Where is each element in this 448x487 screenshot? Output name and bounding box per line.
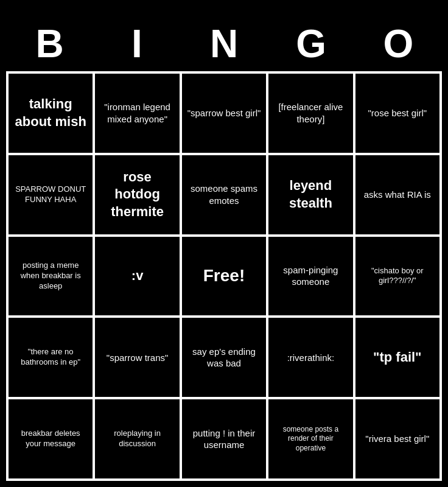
bingo-cell-24[interactable]: "rivera best girl": [354, 398, 441, 480]
header-letter-n: N: [180, 21, 267, 66]
bingo-card: B I N G O talking about mish"ironman leg…: [0, 0, 448, 487]
bingo-cell-4[interactable]: "rose best girl": [354, 72, 441, 154]
bingo-header: [6, 6, 442, 18]
bingo-cell-3[interactable]: [freelancer alive theory]: [267, 72, 354, 154]
bingo-cell-17[interactable]: say ep's ending was bad: [181, 317, 267, 398]
bingo-cell-10[interactable]: posting a meme when breakbar is asleep: [7, 236, 94, 317]
bingo-cell-16[interactable]: "sparrow trans": [94, 317, 180, 398]
bingo-cell-22[interactable]: putting ! in their username: [181, 398, 267, 480]
bingo-cell-7[interactable]: someone spams emotes: [181, 154, 267, 236]
bingo-cell-15[interactable]: "there are no bathrooms in ep": [7, 317, 94, 398]
header-letter-g: G: [268, 21, 355, 66]
bingo-cell-6[interactable]: rose hotdog thermite: [94, 154, 180, 236]
bingo-cell-12[interactable]: Free!: [181, 236, 267, 317]
bingo-cell-20[interactable]: breakbar deletes your message: [7, 398, 94, 480]
bingo-cell-0[interactable]: talking about mish: [7, 72, 94, 154]
bingo-cell-14[interactable]: "cishato boy or girl???//?/": [354, 236, 441, 317]
bingo-cell-2[interactable]: "sparrow best girl": [181, 72, 267, 154]
bingo-grid: talking about mish"ironman legend mixed …: [6, 71, 442, 481]
bingo-cell-8[interactable]: leyend stealth: [267, 154, 354, 236]
bingo-cell-11[interactable]: :v: [94, 236, 180, 317]
header-letter-o: O: [355, 21, 442, 66]
header-letter-b: B: [6, 21, 93, 66]
bingo-cell-21[interactable]: roleplaying in discussion: [94, 398, 180, 480]
bingo-cell-19[interactable]: "tp fail": [354, 317, 441, 398]
bingo-cell-1[interactable]: "ironman legend mixed anyone": [94, 72, 180, 154]
bingo-cell-18[interactable]: :riverathink:: [267, 317, 354, 398]
header-letter-i: I: [93, 21, 180, 66]
bingo-cell-9[interactable]: asks what RIA is: [354, 154, 441, 236]
bingo-cell-13[interactable]: spam-pinging someone: [267, 236, 354, 317]
bingo-cell-5[interactable]: SPARROW DONUT FUNNY HAHA: [7, 154, 94, 236]
bingo-cell-23[interactable]: someone posts a render of their operativ…: [267, 398, 354, 480]
